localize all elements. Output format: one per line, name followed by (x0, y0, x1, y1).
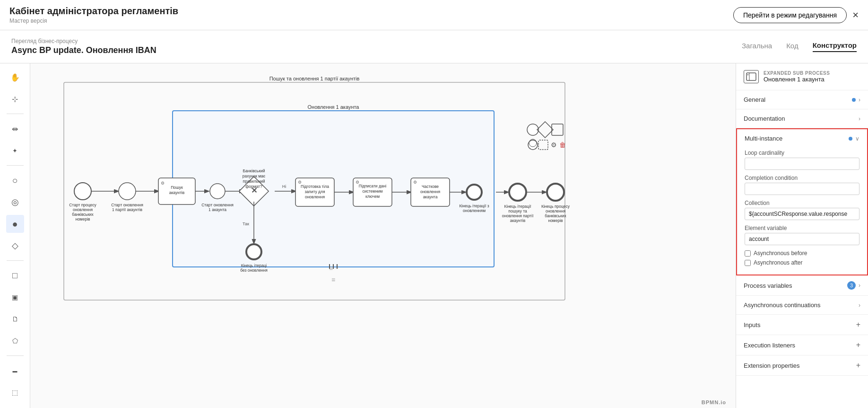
section-general: General › (736, 90, 868, 109)
svg-point-49 (467, 185, 482, 200)
section-documentation-actions: › (859, 115, 860, 122)
circle-tool[interactable]: ○ (6, 171, 24, 189)
svg-text:⚙: ⚙ (551, 141, 557, 149)
svg-point-57 (509, 184, 526, 201)
page-title: Async BP update. Оновлення IBAN (11, 45, 156, 55)
page-tool[interactable]: 🗋 (6, 310, 24, 328)
async-continuations-chevron: › (859, 302, 860, 309)
process-variables-chevron: › (859, 282, 860, 289)
rect-tool[interactable]: □ (6, 266, 24, 284)
section-documentation-header[interactable]: Documentation › (736, 109, 868, 128)
section-extension-properties: Extension properties + (736, 355, 868, 376)
svg-text:оновленням: оновленням (463, 208, 486, 213)
hand-tool[interactable]: ✋ (6, 68, 24, 86)
svg-text:Підписати дані: Підписати дані (359, 184, 386, 188)
svg-text:Кінець ітерації: Кінець ітерації (504, 204, 532, 209)
element-variable-label: Element variable (745, 225, 859, 231)
header-left: Кабінет адміністратора регламентів Масте… (9, 6, 178, 24)
section-process-variables-header[interactable]: Process variables 3 › (736, 275, 868, 295)
section-async-continuations-header[interactable]: Asynchronous continuations › (736, 296, 868, 314)
svg-text:Підготовка тіла: Підготовка тіла (301, 184, 329, 189)
svg-text:оновлення: оновлення (73, 207, 93, 212)
async-before-checkbox[interactable] (745, 250, 751, 257)
tab-general[interactable]: Загальна (742, 42, 772, 52)
inputs-plus-icon[interactable]: + (856, 320, 860, 329)
svg-text:Оновлення 1 акаунта: Оновлення 1 акаунта (308, 104, 360, 110)
app-subtitle: Мастер версія (9, 18, 178, 24)
svg-text:Кінець процесу: Кінець процесу (541, 204, 570, 209)
circle-filled-tool[interactable]: ● (6, 215, 24, 233)
left-toolbar: ✋ ⊹ ⇹ ✦ ○ ◎ ● ◇ □ ▣ 🗋 ⬠ ▬ ⬚ (0, 63, 30, 408)
select-tool[interactable]: ⊹ (6, 90, 24, 108)
completion-condition-input[interactable] (745, 183, 859, 195)
toolbar-divider-4 (7, 355, 24, 356)
section-execution-listeners-title: Execution listeners (744, 342, 795, 349)
bpmn-io-watermark: BPMN.io (702, 399, 726, 405)
section-process-variables: Process variables 3 › (736, 275, 868, 296)
section-extension-properties-header[interactable]: Extension properties + (736, 355, 868, 375)
tabs-container: Загальна Код Конструктор (742, 41, 857, 52)
svg-text:1 акаунта: 1 акаунта (208, 207, 226, 212)
documentation-chevron: › (859, 115, 860, 122)
svg-text:пошуку та: пошуку та (508, 209, 527, 213)
svg-text:⚙: ⚙ (413, 180, 417, 185)
svg-text:номерів: номерів (75, 217, 90, 222)
svg-text:акаунтів: акаунтів (510, 218, 526, 223)
svg-text:🗑: 🗑 (559, 141, 566, 149)
section-execution-listeners: Execution listeners + (736, 335, 868, 355)
circle-double-tool[interactable]: ◎ (6, 193, 24, 211)
svg-text:Пошук: Пошук (171, 185, 183, 190)
async-before-label: Asynchronous before (754, 250, 807, 257)
section-inputs: Inputs + (736, 315, 868, 335)
toolbar-divider-3 (7, 260, 24, 261)
diamond-tool[interactable]: ◇ (6, 237, 24, 255)
svg-text:банківських: банківських (72, 212, 94, 217)
toolbar-divider-2 (7, 165, 24, 166)
svg-rect-75 (537, 122, 553, 138)
small-rect-tool[interactable]: ▬ (6, 362, 24, 380)
extension-properties-plus-icon[interactable]: + (856, 361, 860, 370)
svg-text:Кінець ітерації з: Кінець ітерації з (459, 204, 489, 208)
rect-special-tool[interactable]: ▣ (6, 288, 24, 306)
section-extension-properties-actions: + (856, 361, 860, 370)
svg-text:акаунта: акаунта (423, 195, 438, 199)
tab-code[interactable]: Код (786, 42, 799, 52)
bpmn-canvas[interactable]: Пошук та оновлення 1 партії акаунтів Оно… (30, 63, 736, 408)
section-process-variables-title: Process variables (744, 282, 792, 289)
main-area: ✋ ⊹ ⇹ ✦ ○ ◎ ● ◇ □ ▣ 🗋 ⬠ ▬ ⬚ Пошук та оно… (0, 63, 868, 408)
section-multi-instance-actions: ∨ (849, 135, 859, 142)
section-documentation-title: Documentation (744, 115, 785, 122)
section-documentation: Documentation › (736, 109, 868, 128)
section-inputs-header[interactable]: Inputs + (736, 315, 868, 335)
cylinder-tool[interactable]: ⬠ (6, 332, 24, 350)
section-execution-listeners-header[interactable]: Execution listeners + (736, 335, 868, 355)
close-button[interactable]: × (852, 9, 859, 21)
element-variable-input[interactable] (745, 233, 859, 245)
svg-text:Ні: Ні (282, 184, 286, 189)
svg-text:банківських: банківських (545, 213, 566, 218)
section-inputs-title: Inputs (744, 321, 760, 328)
svg-text:оновлення партії: оновлення партії (502, 213, 534, 218)
svg-text:акаунтів: акаунтів (169, 190, 185, 195)
tab-constructor[interactable]: Конструктор (813, 41, 857, 52)
svg-text:запиту для: запиту для (304, 189, 325, 194)
svg-text:≡: ≡ (331, 276, 335, 284)
section-async-continuations-title: Asynchronous continuations (744, 302, 821, 309)
align-tool[interactable]: ⇹ (6, 120, 24, 138)
section-multi-instance: Multi-instance ∨ Loop cardinality Comple… (736, 128, 868, 275)
magic-tool[interactable]: ✦ (6, 142, 24, 160)
section-execution-listeners-actions: + (856, 341, 860, 349)
dotted-rect-tool[interactable]: ⬚ (6, 383, 24, 401)
async-after-checkbox[interactable] (745, 260, 751, 266)
section-general-header[interactable]: General › (736, 90, 868, 109)
panel-type-label: EXPANDED SUB PROCESS (764, 71, 830, 76)
section-multi-instance-header[interactable]: Multi-instance ∨ (737, 129, 867, 148)
execution-listeners-plus-icon[interactable]: + (856, 341, 860, 349)
collection-input[interactable] (745, 208, 859, 220)
loop-cardinality-input[interactable] (745, 158, 859, 170)
svg-text:правильний: правильний (243, 179, 265, 184)
svg-text:оновлення: оновлення (546, 209, 566, 213)
edit-mode-button[interactable]: Перейти в режим редагування (733, 7, 847, 23)
loop-cardinality-field: Loop cardinality (745, 150, 859, 170)
svg-rect-84 (747, 74, 748, 75)
